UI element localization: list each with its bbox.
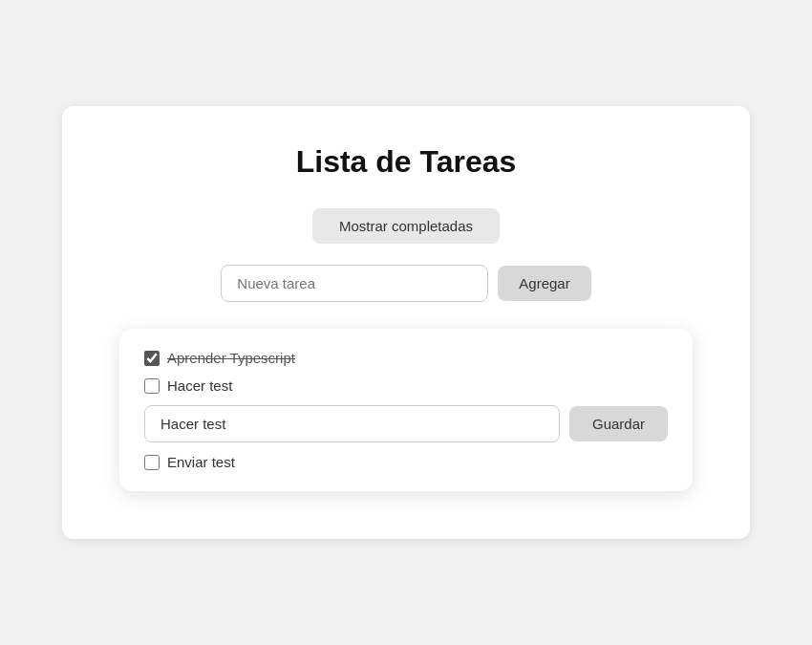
task-2-checkbox[interactable]: [144, 378, 160, 394]
page-title: Lista de Tareas: [119, 144, 693, 180]
task-2-label: Hacer test: [167, 377, 232, 394]
page-container: Lista de Tareas Mostrar completadas Agre…: [62, 106, 750, 539]
task-3-checkbox[interactable]: [144, 455, 160, 470]
list-item: Enviar test: [144, 454, 668, 470]
task-1-label: Aprender Typescript: [167, 350, 295, 366]
add-task-row: Agregar: [119, 265, 693, 302]
edit-task-input[interactable]: [144, 405, 560, 442]
list-item: Hacer test: [144, 377, 668, 394]
guardar-button[interactable]: Guardar: [569, 406, 668, 441]
new-task-input[interactable]: [221, 265, 488, 302]
show-completed-row: Mostrar completadas: [119, 208, 693, 244]
task-list-card: Aprender Typescript Hacer test Guardar E…: [119, 329, 693, 491]
task-3-label: Enviar test: [167, 454, 235, 470]
agregar-button[interactable]: Agregar: [498, 266, 590, 301]
edit-row: Guardar: [144, 405, 668, 442]
list-item: Aprender Typescript: [144, 350, 668, 366]
show-completed-button[interactable]: Mostrar completadas: [312, 208, 500, 244]
task-1-checkbox[interactable]: [144, 351, 160, 366]
